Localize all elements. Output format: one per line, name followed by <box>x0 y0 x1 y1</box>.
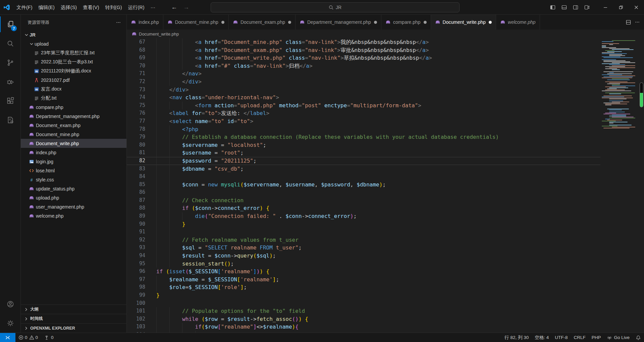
tree-item-Department_management.php[interactable]: Department_management.php <box>21 112 126 121</box>
status-indentation[interactable]: 空格: 4 <box>532 333 552 342</box>
code-line-82[interactable]: 82$password = "20211125"; <box>127 157 600 165</box>
minimize-button[interactable] <box>598 0 613 15</box>
status-eol[interactable]: CRLF <box>571 333 588 342</box>
tree-item-welcome.php[interactable]: welcome.php <box>21 211 126 220</box>
code-line-94[interactable]: 94$result = $conn->query($sql); <box>127 252 600 260</box>
activity-account-icon[interactable] <box>0 294 20 314</box>
code-line-81[interactable]: 81$username = "root"; <box>127 149 600 157</box>
code-line-85[interactable]: 85$conn = new mysqli($servername, $usern… <box>127 181 600 189</box>
more-actions-icon[interactable] <box>116 20 121 25</box>
activity-search-icon[interactable] <box>0 34 20 53</box>
menu-item-3[interactable]: 查看(V) <box>80 2 102 12</box>
tree-item-2022.10批三合一表p3.txt[interactable]: 2022.10批三合一表p3.txt <box>21 57 126 66</box>
activity-run-debug-icon[interactable] <box>0 72 20 91</box>
code-line-86[interactable]: 86 <box>127 188 600 196</box>
tree-item-user_management.php[interactable]: user_management.php <box>21 202 126 211</box>
code-line-70[interactable]: 70<a href="#" class="nav-link">归档</a> <box>127 62 600 70</box>
status-notifications[interactable] <box>633 333 644 342</box>
status-cursor-position[interactable]: 行 82, 列 30 <box>501 333 532 342</box>
activity-explorer-icon[interactable]: 7 <box>0 15 20 34</box>
activity-extensions-icon[interactable] <box>0 91 20 110</box>
tree-item-Document_exam.php[interactable]: Document_exam.php <box>21 121 126 130</box>
sidebar-section-大纲[interactable]: 大纲 <box>21 304 126 314</box>
toggle-primary-sidebar-icon[interactable] <box>548 3 557 12</box>
code-line-103[interactable]: 103if($row["realname"]<>$realname){ <box>127 323 600 331</box>
sidebar-section-时间线[interactable]: 时间线 <box>21 314 126 323</box>
tab-index.php[interactable]: index.php <box>127 15 163 30</box>
modified-dot-icon[interactable] <box>489 21 492 24</box>
command-center-search[interactable]: JR <box>211 2 460 12</box>
problems-status[interactable]: 00 <box>15 333 41 342</box>
activity-openxml-tool-icon[interactable] <box>0 110 20 129</box>
code-lines[interactable]: 67<a href="Document_mine.php" class="nav… <box>127 38 600 333</box>
breadcrumb[interactable]: Document_write.php <box>127 30 644 38</box>
tree-item-lose.html[interactable]: lose.html <box>21 166 126 175</box>
tree-item-23年第三季度思想汇报.txt[interactable]: 23年第三季度思想汇报.txt <box>21 48 126 57</box>
tab-Department_management.php[interactable]: Department_management.php <box>296 15 381 30</box>
back-arrow-icon[interactable]: ← <box>171 4 177 11</box>
tree-item-style.css[interactable]: #style.css <box>21 175 126 184</box>
status-go-live[interactable]: Go Live <box>604 333 633 342</box>
code-line-75[interactable]: 75<form action="upload.php" method="post… <box>127 102 600 110</box>
toggle-panel-icon[interactable] <box>559 3 569 12</box>
tree-item-index.php[interactable]: index.php <box>21 148 126 157</box>
more-actions-icon[interactable] <box>635 19 640 25</box>
code-line-93[interactable]: 93$sql = "SELECT realname FROM t_user"; <box>127 244 600 252</box>
code-line-76[interactable]: 76<label for="to">发送给: </label> <box>127 109 600 117</box>
tab-compare.php[interactable]: compare.php <box>381 15 431 30</box>
code-line-79[interactable]: 79// Establish a database connection (Re… <box>127 133 600 141</box>
modified-dot-icon[interactable] <box>288 21 291 24</box>
code-line-92[interactable]: 92// Fetch realname values from t_user <box>127 236 600 244</box>
code-line-72[interactable]: 72</div> <box>127 78 600 86</box>
tab-Document_mine.php[interactable]: Document_mine.php <box>163 15 229 30</box>
tree-item-分配.txt[interactable]: 分配.txt <box>21 94 126 103</box>
menu-item-5[interactable]: 运行(R) <box>125 2 147 12</box>
tree-item-upload[interactable]: upload <box>21 39 126 48</box>
code-line-97[interactable]: 97$realname = $_SESSION['realname']; <box>127 276 600 284</box>
code-line-104[interactable]: 104echo "<option value='" . $row["realna… <box>127 331 600 333</box>
remote-indicator[interactable] <box>0 333 15 342</box>
activity-source-control-icon[interactable] <box>0 53 20 72</box>
tree-item-Document_mine.php[interactable]: Document_mine.php <box>21 130 126 139</box>
code-line-84[interactable]: 84 <box>127 173 600 181</box>
code-line-87[interactable]: 87// Check connection <box>127 196 600 205</box>
modified-dot-icon[interactable] <box>221 21 224 24</box>
tree-item-compare.php[interactable]: compare.php <box>21 103 126 112</box>
tree-item-login.jpg[interactable]: login.jpg <box>21 157 126 166</box>
code-line-80[interactable]: 80$servername = "localhost"; <box>127 141 600 149</box>
code-line-71[interactable]: 71</nav> <box>127 70 600 78</box>
code-line-98[interactable]: 98$role=$_SESSION['role']; <box>127 283 600 291</box>
menu-item-4[interactable]: 转到(G) <box>102 2 125 12</box>
tree-item-20231027.pdf[interactable]: 20231027.pdf <box>21 75 126 84</box>
code-line-77[interactable]: 77<select name="to" id="to"> <box>127 117 600 125</box>
tab-welcome.php[interactable]: welcome.php <box>496 15 540 30</box>
split-editor-icon[interactable] <box>626 19 631 25</box>
status-encoding[interactable]: UTF-8 <box>552 333 571 342</box>
tree-item-JR[interactable]: JR <box>21 30 126 39</box>
minimap[interactable] <box>602 38 639 333</box>
forward-arrow-icon[interactable]: → <box>183 4 189 11</box>
code-line-83[interactable]: 83$dbname = "csv_db"; <box>127 165 600 173</box>
tree-item-upload.php[interactable]: upload.php <box>21 193 126 202</box>
tree-item-发言.docx[interactable]: W发言.docx <box>21 84 126 94</box>
tree-item-update_status.php[interactable]: update_status.php <box>21 184 126 193</box>
menu-item-0[interactable]: 文件(F) <box>13 2 36 12</box>
code-line-74[interactable]: 74<nav class="under-horizontal-nav"> <box>127 94 600 102</box>
modified-dot-icon[interactable] <box>424 21 427 24</box>
sidebar-section-OPENXML EXPLORER[interactable]: OPENXML EXPLORER <box>21 323 126 333</box>
menu-item-2[interactable]: 选择(S) <box>58 2 80 12</box>
tab-Document_exam.php[interactable]: Document_exam.php <box>229 15 296 30</box>
code-editor[interactable]: 67<a href="Document_mine.php" class="nav… <box>127 38 644 333</box>
code-line-102[interactable]: 102while ($row = $result->fetch_assoc())… <box>127 315 600 323</box>
tree-item-20211120刘钟徽函.docx[interactable]: W20211120刘钟徽函.docx <box>21 66 126 75</box>
code-line-69[interactable]: 69<a href="Document_write.php" class="na… <box>127 54 600 62</box>
menu-item-1[interactable]: 编辑(E) <box>36 2 58 12</box>
modified-dot-icon[interactable] <box>374 21 377 24</box>
toggle-secondary-sidebar-icon[interactable] <box>571 3 580 12</box>
customize-layout-icon[interactable] <box>582 3 592 12</box>
code-line-89[interactable]: 89die("Connection failed: " . $conn->con… <box>127 212 600 220</box>
code-line-88[interactable]: 88if ($conn->connect_error) { <box>127 204 600 212</box>
code-line-68[interactable]: 68<a href="Document_exam.php" class="nav… <box>127 46 600 54</box>
maximize-restore-button[interactable] <box>613 0 629 15</box>
scrollbar-thumb[interactable] <box>640 82 643 107</box>
